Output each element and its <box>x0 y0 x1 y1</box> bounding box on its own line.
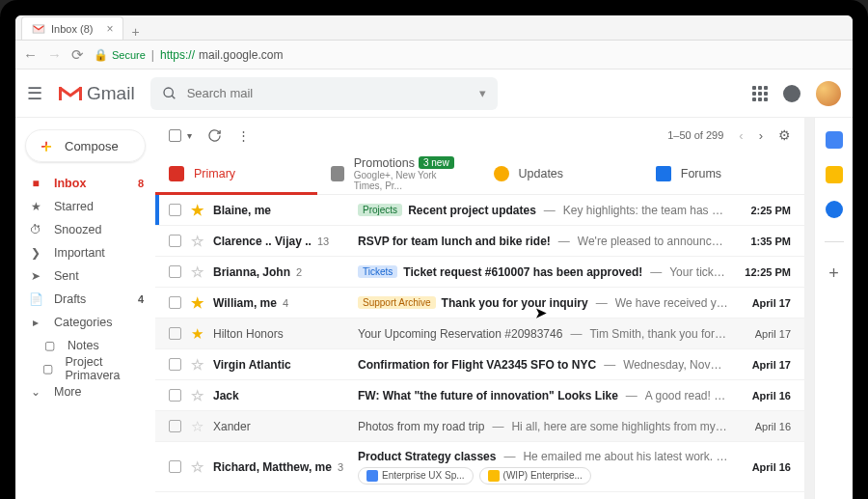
close-tab-icon[interactable]: × <box>106 22 113 36</box>
mail-snippet: We have received your message and ... <box>615 296 728 310</box>
gmail-logo[interactable]: Gmail <box>58 83 135 104</box>
attachment-chip[interactable]: (WIP) Enterprise... <box>479 467 591 485</box>
page-prev-icon[interactable]: ‹ <box>739 128 743 143</box>
sidebar-item-categories[interactable]: ▸Categories <box>15 311 155 334</box>
mail-row[interactable]: ★Hilton HonorsYour Upcoming Reservation … <box>155 319 804 349</box>
current-marker <box>155 319 159 348</box>
product-name: Gmail <box>87 83 135 104</box>
mail-subject: RSVP for team lunch and bike ride! <box>358 235 551 248</box>
tab-primary[interactable]: Primary <box>155 152 317 194</box>
sidebar-item-project-primavera[interactable]: ▢Project Primavera <box>15 357 155 380</box>
mail-row[interactable]: ☆Clarence .. Vijay .. 13RSVP for team lu… <box>155 226 804 257</box>
nav-icon: ⏱ <box>29 223 42 236</box>
mail-row[interactable]: ☆Brianna, John 2TicketsTicket request #6… <box>155 257 804 288</box>
mail-row[interactable]: ☆XanderPhotos from my road trip—Hi all, … <box>155 411 804 442</box>
mail-row[interactable]: ★Blaine, meProjectsRecent project update… <box>155 195 804 226</box>
url-display[interactable]: 🔒 Secure | https://mail.google.com <box>94 48 283 62</box>
sidebar-item-notes[interactable]: ▢Notes <box>15 334 155 357</box>
sidebar-item-important[interactable]: ❯Important <box>15 241 155 264</box>
star-icon[interactable]: ☆ <box>191 233 203 250</box>
mail-sender: Blaine, me <box>213 204 348 217</box>
select-all-checkbox[interactable] <box>169 129 181 142</box>
mail-subject: Ticket request #610007 has been approved… <box>403 265 642 279</box>
sidebar: ＋ Compose ■Inbox8★Starred⏱Snoozed❯Import… <box>15 118 155 499</box>
settings-gear-icon[interactable]: ⚙ <box>778 127 791 143</box>
calendar-addon-icon[interactable] <box>826 131 843 149</box>
svg-rect-2 <box>79 87 82 100</box>
account-avatar[interactable] <box>816 81 841 106</box>
keep-addon-icon[interactable] <box>826 166 843 183</box>
tab-promotions-label: Promotions <box>354 156 415 170</box>
notifications-icon[interactable] <box>783 85 800 102</box>
menu-icon[interactable]: ☰ <box>27 83 42 104</box>
back-icon[interactable]: ← <box>23 46 38 63</box>
star-icon[interactable]: ☆ <box>191 356 203 374</box>
row-checkbox[interactable] <box>169 327 181 340</box>
tab-updates[interactable]: Updates <box>480 152 642 194</box>
side-panel: + <box>814 118 853 499</box>
primary-tab-icon <box>169 166 184 181</box>
sidebar-item-starred[interactable]: ★Starred <box>15 195 155 218</box>
list-toolbar: ▾ ⋮ 1–50 of 299 ‹ › ⚙ <box>155 118 804 152</box>
row-checkbox[interactable] <box>169 296 181 309</box>
sidebar-item-label: Project Primavera <box>65 355 144 382</box>
compose-button[interactable]: ＋ Compose <box>25 129 146 162</box>
star-icon[interactable]: ☆ <box>191 458 203 476</box>
add-addon-icon[interactable]: + <box>828 263 839 284</box>
sidebar-item-snoozed[interactable]: ⏱Snoozed <box>15 218 155 241</box>
sidebar-item-more[interactable]: ⌄More <box>15 380 155 403</box>
row-checkbox[interactable] <box>169 460 181 473</box>
forward-icon[interactable]: → <box>47 46 62 63</box>
svg-point-3 <box>164 88 173 97</box>
mail-row[interactable]: ☆Richard, Matthew, me 3Product Strategy … <box>155 442 804 492</box>
apps-grid-icon[interactable] <box>752 86 768 101</box>
mail-row[interactable]: ☆JackFW: What "the future of innovation"… <box>155 380 804 411</box>
select-all-dropdown-icon[interactable]: ▾ <box>187 130 192 141</box>
tasks-addon-icon[interactable] <box>826 201 843 218</box>
nav-icon: ➤ <box>29 269 42 283</box>
row-checkbox[interactable] <box>169 235 181 247</box>
nav-icon: ⌄ <box>29 385 42 399</box>
star-icon[interactable]: ☆ <box>191 418 203 435</box>
star-icon[interactable]: ★ <box>191 325 203 343</box>
star-icon[interactable]: ★ <box>191 202 203 219</box>
tab-forums[interactable]: Forums <box>642 152 804 194</box>
sidebar-item-drafts[interactable]: 📄Drafts4 <box>15 288 155 311</box>
mail-date: April 17 <box>738 359 791 371</box>
new-tab-button[interactable]: + <box>123 24 147 40</box>
browser-tab[interactable]: Inbox (8) × <box>21 16 123 40</box>
thread-count: 3 <box>335 461 343 473</box>
scrollbar[interactable] <box>804 118 814 499</box>
refresh-icon[interactable] <box>207 128 222 143</box>
reload-icon[interactable]: ⟳ <box>71 46 84 64</box>
star-icon[interactable]: ☆ <box>191 387 203 404</box>
promotions-new-badge: 3 new <box>419 156 454 169</box>
attachment-chip[interactable]: Enterprise UX Sp... <box>358 467 474 485</box>
category-tabs: Primary Promotions 3 new Google+, New Yo… <box>155 152 804 195</box>
row-checkbox[interactable] <box>169 204 181 216</box>
row-checkbox[interactable] <box>169 358 181 371</box>
mail-sender: Virgin Atlantic <box>213 358 348 372</box>
current-marker <box>155 442 159 491</box>
mail-date: 1:35 PM <box>738 236 791 247</box>
star-icon[interactable]: ☆ <box>191 263 203 281</box>
tab-promotions[interactable]: Promotions 3 new Google+, New York Times… <box>317 152 479 194</box>
sidebar-item-inbox[interactable]: ■Inbox8 <box>15 172 155 195</box>
nav-icon: ▢ <box>42 339 56 352</box>
mail-sender: William, me 4 <box>213 296 348 310</box>
sidebar-item-sent[interactable]: ➤Sent <box>15 264 155 288</box>
mail-row[interactable]: ☆Virgin AtlanticConfirmation for Flight … <box>155 349 804 380</box>
row-checkbox[interactable] <box>169 389 181 402</box>
search-input[interactable] <box>187 86 470 100</box>
search-dropdown-icon[interactable]: ▾ <box>479 86 486 100</box>
mail-row[interactable]: ★William, me 4Support ArchiveThank you f… <box>155 288 804 319</box>
star-icon[interactable]: ★ <box>191 294 203 312</box>
mail-row[interactable]: ☆Peter, ShaliniBusiness trip—Hi, I made … <box>155 492 804 499</box>
page-next-icon[interactable]: › <box>759 128 763 143</box>
current-marker <box>155 349 159 379</box>
more-icon[interactable]: ⋮ <box>237 128 250 143</box>
svg-line-4 <box>172 96 175 98</box>
row-checkbox[interactable] <box>169 265 181 278</box>
row-checkbox[interactable] <box>169 420 181 432</box>
search-box[interactable]: ▾ <box>150 77 498 110</box>
